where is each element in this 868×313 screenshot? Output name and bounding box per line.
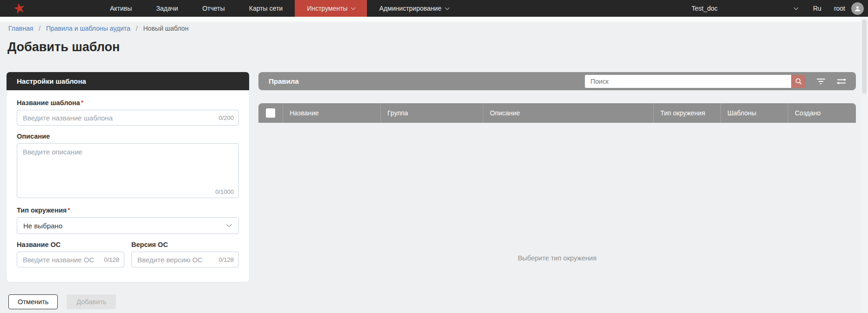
env-type-select[interactable]: Не выбрано (17, 217, 239, 234)
label-text: Тип окружения (17, 206, 67, 214)
nav-item-network-maps[interactable]: Карты сети (237, 0, 295, 17)
breadcrumb-current: Новый шаблон (143, 25, 189, 32)
search-icon (795, 78, 802, 85)
nav-item-label: Активы (110, 5, 132, 12)
search-button[interactable] (791, 75, 806, 88)
select-value: Не выбрано (23, 222, 62, 230)
breadcrumb-separator: / (136, 25, 138, 32)
chevron-down-icon (794, 5, 799, 10)
label-text: Название ОС (17, 241, 61, 248)
template-name-input[interactable] (17, 110, 239, 126)
search-input[interactable] (585, 75, 791, 88)
columns-settings-icon (836, 78, 847, 85)
label-text: Версия ОС (131, 241, 168, 248)
chevron-down-icon (445, 5, 449, 10)
char-counter: 0/128 (104, 256, 119, 263)
nav-right: Test_doc Ru root (692, 0, 868, 17)
rules-panel: Правила Название (258, 72, 856, 123)
nav-item-label: Отчеты (202, 5, 224, 12)
chevron-down-icon (351, 5, 356, 10)
breadcrumb-audit-rules-link[interactable]: Правила и шаблоны аудита (46, 25, 130, 32)
column-header-description[interactable]: Описание (483, 103, 653, 123)
nav-item-label: Карты сети (249, 5, 283, 12)
column-header-env-type[interactable]: Тип окружения (653, 103, 720, 123)
main-menu: Активы Задачи Отчеты Карты сети Инструме… (98, 0, 461, 17)
header-strip (0, 17, 868, 22)
env-type-group: Тип окружения* Не выбрано (17, 206, 239, 234)
chevron-down-icon (226, 224, 232, 227)
settings-panel: Настройки шаблона Название шаблона* 0/20… (7, 72, 249, 282)
label-text: Описание (17, 133, 50, 140)
vertical-scrollbar[interactable] (861, 17, 868, 313)
nav-item-tools[interactable]: Инструменты (295, 0, 367, 17)
columns-settings-button[interactable] (836, 78, 847, 85)
nav-item-administration[interactable]: Администрирование (367, 0, 461, 17)
description-group: Описание 0/1000 (17, 133, 239, 200)
filter-button[interactable] (817, 78, 825, 85)
label-text: Название шаблона (17, 99, 80, 107)
nav-item-label: Администрирование (379, 5, 441, 12)
nav-item-label: Инструменты (307, 5, 347, 12)
nav-item-tasks[interactable]: Задачи (144, 0, 190, 17)
user-icon (854, 5, 861, 13)
project-name: Test_doc (692, 5, 718, 12)
os-row: Название ОС 0/128 Версия ОС 0/128 (17, 241, 239, 267)
breadcrumb-separator: / (39, 25, 41, 32)
template-name-label: Название шаблона* (17, 99, 239, 107)
column-header-templates[interactable]: Шаблоны (720, 103, 788, 123)
cancel-button[interactable]: Отменить (8, 294, 58, 309)
filter-icon (817, 78, 825, 85)
os-name-label: Название ОС (17, 241, 124, 248)
os-version-label: Версия ОС (131, 241, 239, 248)
breadcrumb: Главная / Правила и шаблоны аудита / Нов… (8, 25, 189, 32)
char-counter: 0/128 (218, 256, 234, 263)
nav-item-label: Задачи (156, 5, 178, 12)
os-name-group: Название ОС 0/128 (17, 241, 124, 267)
required-asterisk: * (68, 206, 70, 213)
description-textarea[interactable] (17, 143, 239, 198)
rules-table-header: Название Группа Описание Тип окружения Ш… (258, 103, 856, 123)
search-group (585, 75, 806, 88)
char-counter: 0/1000 (215, 188, 234, 195)
scrollbar-thumb[interactable] (862, 20, 867, 94)
language-switcher[interactable]: Ru (813, 5, 821, 12)
top-nav: ★ Активы Задачи Отчеты Карты сети Инстру… (0, 0, 868, 17)
column-header-created[interactable]: Создано (788, 103, 856, 123)
form-actions: Отменить Добавить (8, 294, 116, 309)
rules-panel-title: Правила (269, 77, 299, 85)
settings-panel-header: Настройки шаблона (7, 72, 249, 90)
nav-item-assets[interactable]: Активы (98, 0, 144, 17)
table-header-checkbox-cell (258, 103, 283, 123)
user-name[interactable]: root (834, 5, 845, 12)
os-version-group: Версия ОС 0/128 (131, 241, 239, 267)
page-title: Добавить шаблон (7, 40, 120, 54)
select-all-checkbox[interactable] (266, 108, 275, 118)
required-asterisk: * (81, 99, 83, 106)
star-logo-icon: ★ (12, 0, 27, 17)
settings-panel-body: Название шаблона* 0/200 Описание 0/1000 … (7, 90, 249, 267)
project-selector[interactable]: Test_doc (692, 5, 798, 12)
description-label: Описание (17, 133, 239, 140)
nav-item-reports[interactable]: Отчеты (190, 0, 237, 17)
template-name-group: Название шаблона* 0/200 (17, 99, 239, 126)
breadcrumb-home-link[interactable]: Главная (8, 25, 33, 32)
char-counter: 0/200 (218, 114, 234, 121)
empty-state-text: Выберите тип окружения (258, 254, 856, 262)
add-button[interactable]: Добавить (67, 294, 116, 309)
app-logo[interactable]: ★ (0, 0, 38, 17)
avatar[interactable] (851, 2, 864, 15)
env-type-label: Тип окружения* (17, 206, 239, 214)
column-header-name[interactable]: Название (283, 103, 380, 123)
rules-toolbar: Правила (258, 72, 856, 90)
column-header-group[interactable]: Группа (380, 103, 483, 123)
